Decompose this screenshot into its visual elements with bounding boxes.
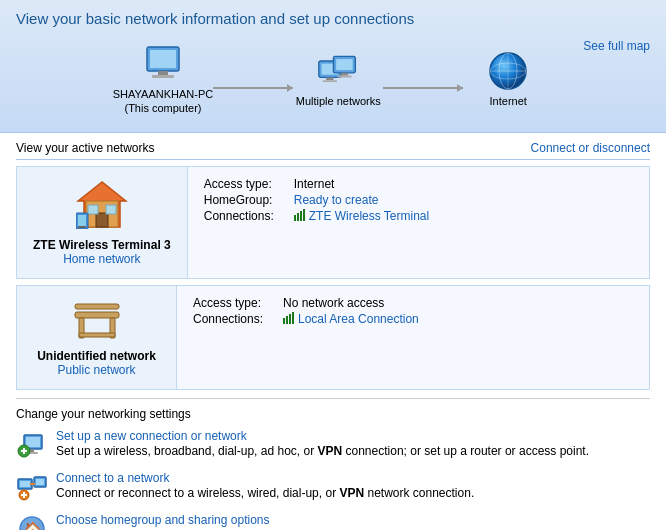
- unidentified-access-type-row: Access type: No network access: [193, 296, 633, 310]
- network-card-unidentified: Unidentified network Public network Acce…: [16, 285, 650, 390]
- svg-rect-21: [106, 205, 116, 214]
- svg-rect-33: [79, 333, 115, 337]
- unidentified-network-type[interactable]: Public network: [57, 363, 135, 377]
- settings-divider: [16, 398, 650, 399]
- internet-label: Internet: [490, 94, 527, 108]
- unidentified-connection-value[interactable]: Local Area Connection: [298, 312, 419, 326]
- page-title: View your basic network information and …: [16, 10, 650, 27]
- svg-rect-19: [96, 213, 108, 227]
- svg-rect-29: [75, 312, 119, 318]
- svg-rect-2: [158, 71, 168, 75]
- settings-section: Change your networking settings Set up a…: [16, 398, 650, 530]
- content-area: View your active networks Connect or dis…: [0, 133, 666, 530]
- see-full-map-link[interactable]: See full map: [583, 39, 650, 53]
- svg-rect-46: [20, 481, 30, 487]
- signal-icon-zte: [294, 209, 306, 223]
- connect-link[interactable]: Connect to a network: [56, 471, 474, 485]
- svg-rect-7: [323, 80, 338, 82]
- public-network-icon: [71, 298, 123, 343]
- zte-access-value: Internet: [294, 177, 335, 191]
- settings-item-homegroup: 🏠 Choose homegroup and sharing options A…: [16, 513, 650, 530]
- map-line-1: [213, 87, 293, 89]
- svg-rect-52: [23, 492, 25, 498]
- map-item-internet: Internet: [463, 50, 553, 108]
- svg-rect-11: [337, 76, 352, 78]
- svg-rect-44: [23, 448, 25, 454]
- svg-rect-30: [75, 304, 119, 309]
- svg-rect-39: [26, 437, 40, 447]
- unidentified-connections-label: Connections:: [193, 312, 283, 326]
- svg-rect-36: [289, 314, 291, 324]
- internet-globe-icon: [487, 50, 529, 92]
- svg-rect-24: [78, 226, 86, 228]
- zte-network-name: ZTE Wireless Terminal 3: [33, 238, 171, 252]
- map-item-pc: SHAYAANKHAN-PC (This computer): [113, 43, 213, 116]
- svg-text:🏠: 🏠: [24, 521, 42, 530]
- zte-access-type-row: Access type: Internet: [204, 177, 633, 191]
- svg-rect-48: [36, 479, 44, 485]
- zte-connection-value[interactable]: ZTE Wireless Terminal: [309, 209, 429, 223]
- unidentified-network-name: Unidentified network: [37, 349, 156, 363]
- svg-rect-25: [294, 215, 296, 221]
- zte-homegroup-value[interactable]: Ready to create: [294, 193, 379, 207]
- homegroup-icon: 🏠: [16, 513, 48, 530]
- active-networks-title: View your active networks: [16, 141, 155, 155]
- map-line-2: [383, 87, 463, 89]
- svg-rect-34: [283, 318, 285, 324]
- vpn-bold-1: VPN: [318, 444, 343, 458]
- svg-rect-9: [336, 59, 352, 70]
- svg-rect-37: [292, 312, 294, 324]
- svg-rect-20: [88, 205, 98, 214]
- homegroup-text: Choose homegroup and sharing options Acc…: [56, 513, 531, 530]
- zte-connections-label: Connections:: [204, 209, 294, 223]
- zte-connections-row: Connections: ZTE Wireless Terminal: [204, 209, 633, 223]
- connect-text: Connect to a network Connect or reconnec…: [56, 471, 474, 500]
- multi-label: Multiple networks: [296, 94, 381, 108]
- network-card-zte-left: ZTE Wireless Terminal 3 Home network: [17, 167, 188, 278]
- svg-rect-49: [30, 483, 35, 485]
- svg-rect-26: [297, 213, 299, 221]
- zte-network-type-link[interactable]: Home network: [63, 252, 140, 266]
- svg-rect-1: [150, 50, 176, 68]
- signal-icon-lan: [283, 312, 295, 326]
- pc-label: SHAYAANKHAN-PC (This computer): [113, 87, 213, 116]
- svg-rect-6: [326, 78, 333, 81]
- unidentified-access-value: No network access: [283, 296, 384, 310]
- setup-link[interactable]: Set up a new connection or network: [56, 429, 589, 443]
- vpn-bold-2: VPN: [339, 486, 364, 500]
- connect-icon: [16, 471, 48, 503]
- settings-item-connect: Connect to a network Connect or reconnec…: [16, 471, 650, 503]
- network-map: See full map SHAYAANKHAN-PC (This comput…: [16, 39, 650, 122]
- home-network-icon: [76, 179, 128, 232]
- svg-rect-3: [152, 75, 174, 78]
- zte-access-label: Access type:: [204, 177, 294, 191]
- active-networks-header: View your active networks Connect or dis…: [16, 133, 650, 160]
- network-card-unidentified-left: Unidentified network Public network: [17, 286, 177, 389]
- map-item-multi: Multiple networks: [293, 50, 383, 108]
- setup-text: Set up a new connection or network Set u…: [56, 429, 589, 458]
- svg-rect-10: [341, 73, 348, 76]
- svg-rect-40: [30, 449, 34, 452]
- network-card-unidentified-right: Access type: No network access Connectio…: [177, 286, 649, 389]
- network-card-zte: ZTE Wireless Terminal 3 Home network Acc…: [16, 166, 650, 279]
- svg-rect-28: [303, 209, 305, 221]
- zte-homegroup-label: HomeGroup:: [204, 193, 294, 207]
- unidentified-access-label: Access type:: [193, 296, 283, 310]
- unidentified-connections-row: Connections: Local Area Connection: [193, 312, 633, 326]
- svg-rect-23: [78, 215, 86, 226]
- setup-desc: Set up a wireless, broadband, dial-up, a…: [56, 444, 589, 458]
- settings-section-title: Change your networking settings: [16, 407, 650, 421]
- header: View your basic network information and …: [0, 0, 666, 133]
- svg-rect-27: [300, 211, 302, 221]
- connect-desc: Connect or reconnect to a wireless, wire…: [56, 486, 474, 500]
- settings-item-setup: Set up a new connection or network Set u…: [16, 429, 650, 461]
- connect-disconnect-link[interactable]: Connect or disconnect: [531, 141, 650, 155]
- setup-icon: [16, 429, 48, 461]
- zte-homegroup-row: HomeGroup: Ready to create: [204, 193, 633, 207]
- homegroup-link[interactable]: Choose homegroup and sharing options: [56, 513, 531, 527]
- svg-rect-35: [286, 316, 288, 324]
- pc-icon: [142, 43, 184, 85]
- network-card-zte-right: Access type: Internet HomeGroup: Ready t…: [188, 167, 649, 278]
- multi-network-icon: [317, 50, 359, 92]
